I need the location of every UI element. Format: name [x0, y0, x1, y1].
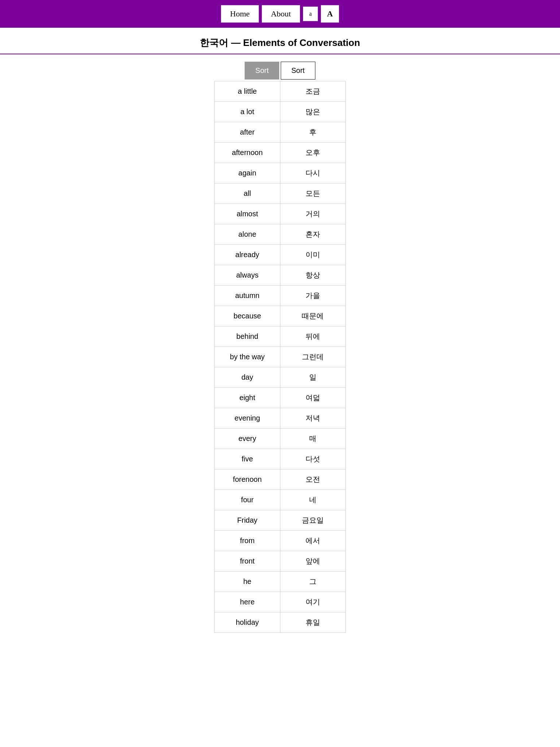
english-cell: day — [215, 367, 280, 388]
korean-cell: 휴일 — [280, 612, 345, 633]
table-row: evening저녁 — [215, 408, 346, 429]
table-row: front앞에 — [215, 551, 346, 572]
navigation-bar: Home About a A — [0, 0, 560, 28]
korean-cell: 후 — [280, 122, 345, 143]
english-cell: front — [215, 551, 280, 572]
table-row: already이미 — [215, 245, 346, 265]
table-row: alone혼자 — [215, 224, 346, 245]
sort-buttons-row: Sort Sort — [245, 62, 315, 80]
english-cell: a lot — [215, 102, 280, 122]
korean-cell: 매 — [280, 429, 345, 449]
korean-cell: 네 — [280, 490, 345, 510]
korean-cell: 다시 — [280, 163, 345, 183]
korean-cell: 항상 — [280, 265, 345, 286]
english-cell: Friday — [215, 510, 280, 531]
korean-cell: 그런데 — [280, 347, 345, 367]
english-cell: after — [215, 122, 280, 143]
table-row: autumn가을 — [215, 286, 346, 306]
home-button[interactable]: Home — [221, 5, 259, 23]
table-row: day일 — [215, 367, 346, 388]
table-row: after후 — [215, 122, 346, 143]
korean-cell: 저녁 — [280, 408, 345, 429]
korean-cell: 모든 — [280, 183, 345, 204]
main-content: Sort Sort a little조금a lot많은after후afterno… — [0, 62, 560, 647]
korean-cell: 그 — [280, 572, 345, 592]
korean-cell: 에서 — [280, 531, 345, 551]
korean-cell: 조금 — [280, 81, 345, 102]
english-cell: behind — [215, 326, 280, 347]
korean-cell: 여덟 — [280, 388, 345, 408]
table-row: forenoon오전 — [215, 469, 346, 490]
english-cell: almost — [215, 204, 280, 224]
english-cell: evening — [215, 408, 280, 429]
english-cell: alone — [215, 224, 280, 245]
korean-cell: 뒤에 — [280, 326, 345, 347]
english-cell: from — [215, 531, 280, 551]
korean-cell: 오전 — [280, 469, 345, 490]
korean-cell: 이미 — [280, 245, 345, 265]
table-row: all모든 — [215, 183, 346, 204]
english-cell: five — [215, 449, 280, 469]
table-row: four네 — [215, 490, 346, 510]
table-row: by the way그런데 — [215, 347, 346, 367]
korean-cell: 거의 — [280, 204, 345, 224]
vocabulary-table: a little조금a lot많은after후afternoon오후again다… — [214, 81, 346, 633]
table-row: from에서 — [215, 531, 346, 551]
english-cell: already — [215, 245, 280, 265]
english-cell: four — [215, 490, 280, 510]
page-title: 한국어 — Elements of Conversation — [0, 36, 560, 49]
table-row: Friday금요일 — [215, 510, 346, 531]
sort-button-outline[interactable]: Sort — [281, 62, 315, 80]
english-cell: forenoon — [215, 469, 280, 490]
table-row: always항상 — [215, 265, 346, 286]
english-cell: holiday — [215, 612, 280, 633]
table-row: holiday휴일 — [215, 612, 346, 633]
table-row: almost거의 — [215, 204, 346, 224]
english-cell: afternoon — [215, 143, 280, 163]
page-title-container: 한국어 — Elements of Conversation — [0, 28, 560, 54]
english-cell: autumn — [215, 286, 280, 306]
english-cell: always — [215, 265, 280, 286]
korean-cell: 많은 — [280, 102, 345, 122]
table-row: behind뒤에 — [215, 326, 346, 347]
korean-cell: 때문에 — [280, 306, 345, 326]
english-cell: he — [215, 572, 280, 592]
korean-cell: 가을 — [280, 286, 345, 306]
english-cell: because — [215, 306, 280, 326]
korean-cell: 여기 — [280, 592, 345, 612]
table-row: a lot많은 — [215, 102, 346, 122]
english-cell: a little — [215, 81, 280, 102]
font-large-button[interactable]: A — [321, 5, 339, 23]
english-cell: all — [215, 183, 280, 204]
korean-cell: 오후 — [280, 143, 345, 163]
font-small-button[interactable]: a — [303, 7, 318, 21]
table-row: eight여덟 — [215, 388, 346, 408]
english-cell: here — [215, 592, 280, 612]
korean-cell: 다섯 — [280, 449, 345, 469]
table-row: every매 — [215, 429, 346, 449]
sort-button-filled[interactable]: Sort — [245, 62, 279, 80]
table-row: because때문에 — [215, 306, 346, 326]
korean-cell: 혼자 — [280, 224, 345, 245]
korean-cell: 금요일 — [280, 510, 345, 531]
about-button[interactable]: About — [262, 5, 300, 23]
english-cell: eight — [215, 388, 280, 408]
table-row: a little조금 — [215, 81, 346, 102]
table-row: afternoon오후 — [215, 143, 346, 163]
english-cell: every — [215, 429, 280, 449]
table-row: again다시 — [215, 163, 346, 183]
table-row: he그 — [215, 572, 346, 592]
table-row: five다섯 — [215, 449, 346, 469]
korean-cell: 일 — [280, 367, 345, 388]
table-row: here여기 — [215, 592, 346, 612]
english-cell: by the way — [215, 347, 280, 367]
korean-cell: 앞에 — [280, 551, 345, 572]
english-cell: again — [215, 163, 280, 183]
